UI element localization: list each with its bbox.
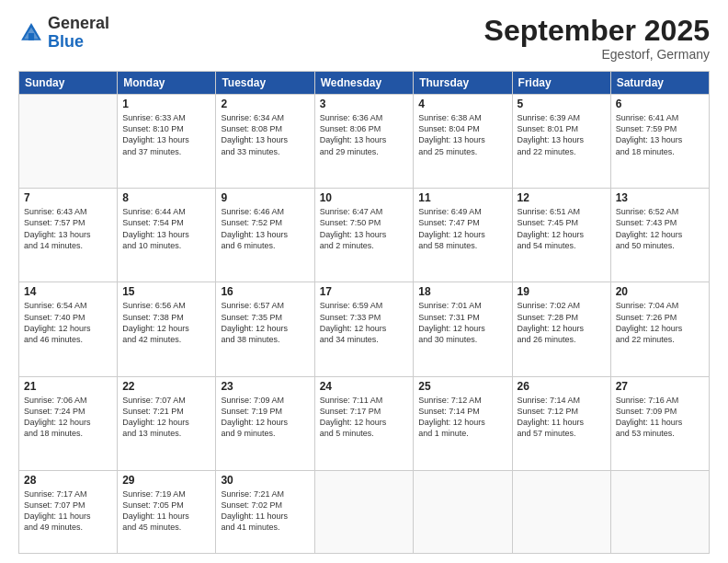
day-info: Sunrise: 6:54 AM Sunset: 7:40 PM Dayligh… <box>24 300 112 345</box>
day-number: 6 <box>616 98 704 110</box>
day-info: Sunrise: 6:46 AM Sunset: 7:52 PM Dayligh… <box>221 206 309 251</box>
day-cell: 16Sunrise: 6:57 AM Sunset: 7:35 PM Dayli… <box>216 282 314 376</box>
logo-text: General Blue <box>48 15 109 52</box>
day-number: 23 <box>221 380 309 393</box>
logo-general: General <box>48 14 109 32</box>
week-row-1: 7Sunrise: 6:43 AM Sunset: 7:57 PM Daylig… <box>19 189 710 282</box>
day-cell: 1Sunrise: 6:33 AM Sunset: 8:10 PM Daylig… <box>118 95 216 189</box>
day-info: Sunrise: 7:21 AM Sunset: 7:02 PM Dayligh… <box>221 488 309 534</box>
day-info: Sunrise: 7:16 AM Sunset: 7:09 PM Dayligh… <box>616 395 704 440</box>
day-number: 7 <box>24 191 112 204</box>
day-cell: 13Sunrise: 6:52 AM Sunset: 7:43 PM Dayli… <box>610 189 709 282</box>
day-number: 24 <box>320 380 409 393</box>
logo-blue: Blue <box>48 32 84 51</box>
page: General Blue September 2025 Egestorf, Ge… <box>0 0 728 563</box>
day-number: 16 <box>221 285 309 298</box>
day-info: Sunrise: 7:09 AM Sunset: 7:19 PM Dayligh… <box>221 395 309 440</box>
day-cell: 28Sunrise: 7:17 AM Sunset: 7:07 PM Dayli… <box>19 470 118 553</box>
day-number: 9 <box>221 191 309 204</box>
day-info: Sunrise: 6:38 AM Sunset: 8:04 PM Dayligh… <box>418 112 506 157</box>
col-wednesday: Wednesday <box>314 72 414 95</box>
day-info: Sunrise: 6:57 AM Sunset: 7:35 PM Dayligh… <box>221 300 309 345</box>
day-cell: 24Sunrise: 7:11 AM Sunset: 7:17 PM Dayli… <box>314 376 414 470</box>
day-cell: 25Sunrise: 7:12 AM Sunset: 7:14 PM Dayli… <box>414 376 512 470</box>
day-number: 3 <box>320 98 409 110</box>
day-info: Sunrise: 6:34 AM Sunset: 8:08 PM Dayligh… <box>221 112 309 157</box>
logo-icon <box>18 20 44 46</box>
day-cell <box>610 470 709 553</box>
day-info: Sunrise: 6:39 AM Sunset: 8:01 PM Dayligh… <box>518 112 606 157</box>
day-cell: 22Sunrise: 7:07 AM Sunset: 7:21 PM Dayli… <box>118 376 216 470</box>
day-info: Sunrise: 6:52 AM Sunset: 7:43 PM Dayligh… <box>616 206 704 251</box>
day-number: 30 <box>221 474 309 487</box>
day-info: Sunrise: 6:43 AM Sunset: 7:57 PM Dayligh… <box>24 206 112 251</box>
week-row-2: 14Sunrise: 6:54 AM Sunset: 7:40 PM Dayli… <box>19 282 710 376</box>
day-cell: 4Sunrise: 6:38 AM Sunset: 8:04 PM Daylig… <box>414 95 512 189</box>
month-title: September 2025 <box>484 15 710 47</box>
day-info: Sunrise: 6:49 AM Sunset: 7:47 PM Dayligh… <box>418 206 506 251</box>
day-number: 18 <box>418 285 506 298</box>
col-friday: Friday <box>512 72 610 95</box>
calendar: Sunday Monday Tuesday Wednesday Thursday… <box>18 71 710 554</box>
day-number: 14 <box>24 285 112 298</box>
col-monday: Monday <box>118 72 216 95</box>
day-cell: 11Sunrise: 6:49 AM Sunset: 7:47 PM Dayli… <box>414 189 512 282</box>
day-cell: 21Sunrise: 7:06 AM Sunset: 7:24 PM Dayli… <box>19 376 118 470</box>
day-cell: 5Sunrise: 6:39 AM Sunset: 8:01 PM Daylig… <box>512 95 610 189</box>
svg-rect-2 <box>28 33 34 40</box>
day-cell: 23Sunrise: 7:09 AM Sunset: 7:19 PM Dayli… <box>216 376 314 470</box>
week-row-0: 1Sunrise: 6:33 AM Sunset: 8:10 PM Daylig… <box>19 95 710 189</box>
day-cell: 15Sunrise: 6:56 AM Sunset: 7:38 PM Dayli… <box>118 282 216 376</box>
day-cell: 30Sunrise: 7:21 AM Sunset: 7:02 PM Dayli… <box>216 470 314 553</box>
day-cell: 2Sunrise: 6:34 AM Sunset: 8:08 PM Daylig… <box>216 95 314 189</box>
day-info: Sunrise: 7:02 AM Sunset: 7:28 PM Dayligh… <box>518 300 606 345</box>
logo: General Blue <box>18 15 109 52</box>
day-number: 25 <box>418 380 506 393</box>
day-info: Sunrise: 7:04 AM Sunset: 7:26 PM Dayligh… <box>616 300 704 345</box>
day-number: 26 <box>518 380 606 393</box>
day-cell: 17Sunrise: 6:59 AM Sunset: 7:33 PM Dayli… <box>314 282 414 376</box>
day-cell <box>19 95 118 189</box>
title-block: September 2025 Egestorf, Germany <box>484 15 710 62</box>
day-number: 29 <box>122 474 210 487</box>
day-cell: 6Sunrise: 6:41 AM Sunset: 7:59 PM Daylig… <box>610 95 709 189</box>
day-cell: 27Sunrise: 7:16 AM Sunset: 7:09 PM Dayli… <box>610 376 709 470</box>
day-number: 8 <box>122 191 210 204</box>
day-info: Sunrise: 6:36 AM Sunset: 8:06 PM Dayligh… <box>320 112 409 157</box>
week-row-4: 28Sunrise: 7:17 AM Sunset: 7:07 PM Dayli… <box>19 470 710 553</box>
day-number: 13 <box>616 191 704 204</box>
day-number: 20 <box>616 285 704 298</box>
day-cell: 26Sunrise: 7:14 AM Sunset: 7:12 PM Dayli… <box>512 376 610 470</box>
day-cell: 8Sunrise: 6:44 AM Sunset: 7:54 PM Daylig… <box>118 189 216 282</box>
day-info: Sunrise: 7:07 AM Sunset: 7:21 PM Dayligh… <box>122 395 210 440</box>
day-number: 22 <box>122 380 210 393</box>
day-cell: 10Sunrise: 6:47 AM Sunset: 7:50 PM Dayli… <box>314 189 414 282</box>
day-cell: 18Sunrise: 7:01 AM Sunset: 7:31 PM Dayli… <box>414 282 512 376</box>
header: General Blue September 2025 Egestorf, Ge… <box>18 15 710 62</box>
day-cell: 7Sunrise: 6:43 AM Sunset: 7:57 PM Daylig… <box>19 189 118 282</box>
day-info: Sunrise: 7:01 AM Sunset: 7:31 PM Dayligh… <box>418 300 506 345</box>
day-number: 10 <box>320 191 409 204</box>
day-cell: 20Sunrise: 7:04 AM Sunset: 7:26 PM Dayli… <box>610 282 709 376</box>
day-cell: 14Sunrise: 6:54 AM Sunset: 7:40 PM Dayli… <box>19 282 118 376</box>
day-info: Sunrise: 6:59 AM Sunset: 7:33 PM Dayligh… <box>320 300 409 345</box>
day-cell: 3Sunrise: 6:36 AM Sunset: 8:06 PM Daylig… <box>314 95 414 189</box>
day-info: Sunrise: 6:51 AM Sunset: 7:45 PM Dayligh… <box>518 206 606 251</box>
day-info: Sunrise: 6:44 AM Sunset: 7:54 PM Dayligh… <box>122 206 210 251</box>
day-info: Sunrise: 7:14 AM Sunset: 7:12 PM Dayligh… <box>518 395 606 440</box>
day-info: Sunrise: 7:17 AM Sunset: 7:07 PM Dayligh… <box>24 488 112 534</box>
day-number: 15 <box>122 285 210 298</box>
day-number: 2 <box>221 98 309 110</box>
day-cell <box>414 470 512 553</box>
day-number: 11 <box>418 191 506 204</box>
day-number: 19 <box>518 285 606 298</box>
col-tuesday: Tuesday <box>216 72 314 95</box>
col-saturday: Saturday <box>610 72 709 95</box>
day-cell <box>314 470 414 553</box>
header-row: Sunday Monday Tuesday Wednesday Thursday… <box>19 72 710 95</box>
day-number: 12 <box>518 191 606 204</box>
day-info: Sunrise: 6:47 AM Sunset: 7:50 PM Dayligh… <box>320 206 409 251</box>
day-info: Sunrise: 7:19 AM Sunset: 7:05 PM Dayligh… <box>122 488 210 534</box>
day-number: 21 <box>24 380 112 393</box>
day-cell: 19Sunrise: 7:02 AM Sunset: 7:28 PM Dayli… <box>512 282 610 376</box>
